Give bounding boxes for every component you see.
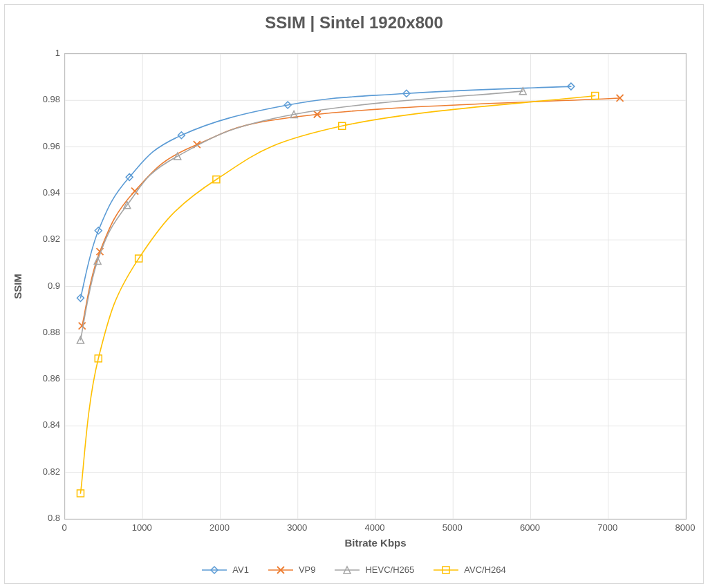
x-tick-label: 1000 [121, 522, 162, 533]
triangle-icon [335, 565, 360, 575]
series-vp9 [79, 95, 624, 330]
legend-item-vp9: VP9 [268, 565, 316, 575]
legend-label: VP9 [299, 565, 316, 575]
legend-label: HEVC/H265 [365, 565, 414, 575]
plot-area [64, 53, 687, 520]
legend-label: AVC/H264 [464, 565, 505, 575]
series-av1 [77, 83, 574, 301]
legend-item-av1: AV1 [202, 565, 249, 575]
legend-label: AV1 [232, 565, 249, 575]
y-tick-label: 0.8 [24, 513, 60, 523]
y-tick-label: 0.98 [24, 94, 60, 104]
chart-frame: SSIM | Sintel 1920x800 SSIM Bitrate Kbps… [4, 4, 704, 584]
x-tick-label: 5000 [431, 522, 473, 533]
square-icon [434, 565, 458, 575]
x-icon [268, 565, 293, 575]
legend-item-hevc-h265: HEVC/H265 [335, 565, 414, 575]
x-tick-label: 6000 [510, 522, 551, 533]
x-tick-label: 7000 [587, 522, 628, 533]
x-tick-label: 3000 [277, 522, 318, 533]
y-tick-label: 0.9 [24, 281, 60, 291]
y-tick-label: 0.94 [24, 187, 60, 198]
y-tick-label: 0.96 [24, 141, 60, 151]
y-tick-label: 1 [24, 48, 60, 58]
x-tick-label: 2000 [199, 522, 241, 533]
legend-item-avc-h264: AVC/H264 [434, 565, 505, 575]
x-axis-title: Bitrate Kbps [64, 537, 687, 549]
y-tick-label: 0.84 [24, 419, 60, 430]
y-tick-label: 0.92 [24, 234, 60, 244]
y-tick-label: 0.86 [24, 373, 60, 383]
legend: AV1VP9HEVC/H265AVC/H264 [5, 565, 703, 575]
y-tick-label: 0.88 [24, 327, 60, 337]
x-tick-label: 8000 [664, 522, 706, 533]
y-axis-title: SSIM [12, 53, 26, 520]
y-tick-label: 0.82 [24, 466, 60, 477]
series-hevc-h265 [77, 88, 526, 343]
x-tick-label: 0 [44, 522, 85, 533]
x-tick-label: 4000 [354, 522, 395, 533]
series-avc-h264 [77, 93, 598, 497]
chart-title: SSIM | Sintel 1920x800 [5, 13, 703, 32]
diamond-icon [202, 565, 227, 575]
